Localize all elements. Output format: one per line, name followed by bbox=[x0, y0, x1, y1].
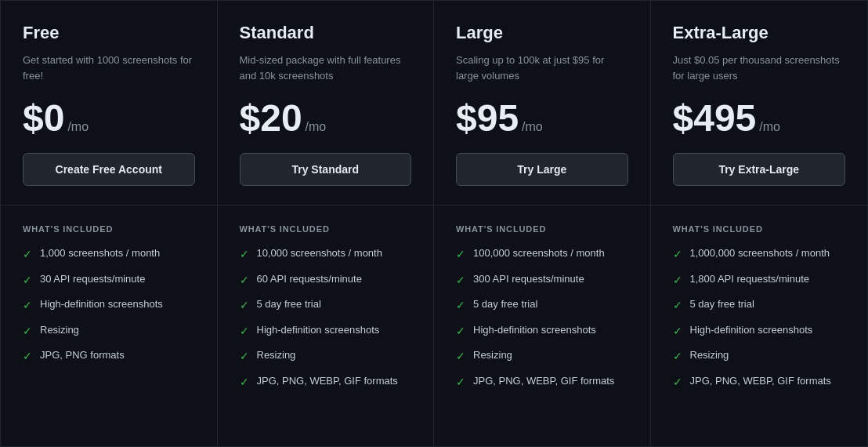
price-amount-standard: $20 bbox=[240, 100, 302, 137]
plan-price-standard: $20 /mo bbox=[240, 100, 412, 137]
card-features-standard: WHAT'S INCLUDED ✓ 10,000 screenshots / m… bbox=[218, 205, 434, 446]
card-top-standard: Standard Mid-sized package with full fea… bbox=[218, 1, 434, 205]
check-icon: ✓ bbox=[673, 247, 682, 263]
plan-name-standard: Standard bbox=[240, 23, 412, 43]
feature-text: 1,000,000 screenshots / month bbox=[690, 246, 830, 260]
feature-text: 30 API requests/minute bbox=[40, 272, 145, 286]
plan-card-extra-large: Extra-Large Just $0.05 per thousand scre… bbox=[651, 1, 868, 446]
features-label-large: WHAT'S INCLUDED bbox=[456, 224, 628, 234]
check-icon: ✓ bbox=[456, 349, 465, 365]
feature-item: ✓ Resizing bbox=[673, 348, 846, 365]
feature-text: 100,000 screenshots / month bbox=[473, 246, 605, 260]
feature-text: High-definition screenshots bbox=[473, 323, 596, 337]
check-icon: ✓ bbox=[23, 298, 32, 314]
check-icon: ✓ bbox=[23, 349, 32, 365]
feature-item: ✓ JPG, PNG, WEBP, GIF formats bbox=[456, 374, 628, 391]
card-top-extra-large: Extra-Large Just $0.05 per thousand scre… bbox=[651, 1, 868, 205]
plan-description-large: Scaling up to 100k at just $95 for large… bbox=[456, 53, 628, 84]
plan-price-extra-large: $495 /mo bbox=[673, 100, 846, 137]
check-icon: ✓ bbox=[456, 375, 465, 391]
check-icon: ✓ bbox=[456, 324, 465, 340]
feature-text: 5 day free trial bbox=[473, 297, 537, 311]
feature-item: ✓ 1,800 API requests/minute bbox=[673, 272, 846, 289]
feature-item: ✓ 5 day free trial bbox=[456, 297, 628, 314]
price-amount-extra-large: $495 bbox=[673, 100, 757, 137]
check-icon: ✓ bbox=[240, 375, 249, 391]
feature-list-extra-large: ✓ 1,000,000 screenshots / month ✓ 1,800 … bbox=[673, 246, 846, 391]
feature-text: High-definition screenshots bbox=[690, 323, 813, 337]
check-icon: ✓ bbox=[240, 247, 249, 263]
pricing-grid: Free Get started with 1000 screenshots f… bbox=[0, 0, 868, 447]
plan-card-large: Large Scaling up to 100k at just $95 for… bbox=[434, 1, 651, 446]
feature-list-standard: ✓ 10,000 screenshots / month ✓ 60 API re… bbox=[240, 246, 412, 391]
feature-item: ✓ Resizing bbox=[240, 348, 412, 365]
feature-list-large: ✓ 100,000 screenshots / month ✓ 300 API … bbox=[456, 246, 628, 391]
feature-text: 300 API requests/minute bbox=[473, 272, 584, 286]
plan-description-standard: Mid-sized package with full features and… bbox=[240, 53, 412, 84]
feature-item: ✓ Resizing bbox=[456, 348, 628, 365]
feature-item: ✓ High-definition screenshots bbox=[23, 297, 195, 314]
check-icon: ✓ bbox=[673, 324, 682, 340]
feature-text: 10,000 screenshots / month bbox=[257, 246, 382, 260]
feature-item: ✓ JPG, PNG formats bbox=[23, 348, 195, 365]
feature-item: ✓ 1,000,000 screenshots / month bbox=[673, 246, 846, 263]
check-icon: ✓ bbox=[673, 273, 682, 289]
price-unit-free: /mo bbox=[67, 120, 89, 134]
feature-item: ✓ 5 day free trial bbox=[673, 297, 846, 314]
feature-text: JPG, PNG, WEBP, GIF formats bbox=[257, 374, 398, 388]
check-icon: ✓ bbox=[240, 273, 249, 289]
feature-text: 1,000 screenshots / month bbox=[40, 246, 160, 260]
check-icon: ✓ bbox=[456, 247, 465, 263]
feature-item: ✓ High-definition screenshots bbox=[456, 323, 628, 340]
card-features-large: WHAT'S INCLUDED ✓ 100,000 screenshots / … bbox=[434, 205, 650, 446]
cta-button-free[interactable]: Create Free Account bbox=[23, 153, 195, 186]
plan-name-large: Large bbox=[456, 23, 628, 43]
feature-text: 5 day free trial bbox=[690, 297, 754, 311]
price-unit-standard: /mo bbox=[306, 120, 327, 134]
cta-button-large[interactable]: Try Large bbox=[456, 153, 628, 186]
plan-card-standard: Standard Mid-sized package with full fea… bbox=[218, 1, 435, 446]
plan-name-extra-large: Extra-Large bbox=[673, 23, 846, 43]
plan-card-free: Free Get started with 1000 screenshots f… bbox=[1, 1, 218, 446]
check-icon: ✓ bbox=[23, 247, 32, 263]
plan-description-extra-large: Just $0.05 per thousand screenshots for … bbox=[673, 53, 846, 84]
feature-text: JPG, PNG, WEBP, GIF formats bbox=[690, 374, 831, 388]
cta-button-extra-large[interactable]: Try Extra-Large bbox=[673, 153, 846, 186]
feature-item: ✓ Resizing bbox=[23, 323, 195, 340]
check-icon: ✓ bbox=[456, 298, 465, 314]
feature-item: ✓ 1,000 screenshots / month bbox=[23, 246, 195, 263]
feature-list-free: ✓ 1,000 screenshots / month ✓ 30 API req… bbox=[23, 246, 195, 365]
feature-item: ✓ High-definition screenshots bbox=[240, 323, 412, 340]
feature-item: ✓ 30 API requests/minute bbox=[23, 272, 195, 289]
feature-text: High-definition screenshots bbox=[257, 323, 380, 337]
feature-item: ✓ 300 API requests/minute bbox=[456, 272, 628, 289]
plan-description-free: Get started with 1000 screenshots for fr… bbox=[23, 53, 195, 84]
feature-text: JPG, PNG formats bbox=[40, 348, 125, 362]
features-label-standard: WHAT'S INCLUDED bbox=[240, 224, 412, 234]
feature-text: Resizing bbox=[40, 323, 79, 337]
check-icon: ✓ bbox=[240, 324, 249, 340]
feature-text: 1,800 API requests/minute bbox=[690, 272, 809, 286]
price-amount-large: $95 bbox=[456, 100, 519, 137]
card-features-free: WHAT'S INCLUDED ✓ 1,000 screenshots / mo… bbox=[1, 205, 217, 446]
feature-text: 5 day free trial bbox=[257, 297, 321, 311]
check-icon: ✓ bbox=[673, 349, 682, 365]
feature-text: 60 API requests/minute bbox=[257, 272, 362, 286]
feature-item: ✓ 10,000 screenshots / month bbox=[240, 246, 412, 263]
plan-price-large: $95 /mo bbox=[456, 100, 628, 137]
feature-item: ✓ 5 day free trial bbox=[240, 297, 412, 314]
price-unit-extra-large: /mo bbox=[759, 120, 780, 134]
cta-button-standard[interactable]: Try Standard bbox=[240, 153, 412, 186]
feature-text: JPG, PNG, WEBP, GIF formats bbox=[473, 374, 614, 388]
plan-name-free: Free bbox=[23, 23, 195, 43]
feature-item: ✓ High-definition screenshots bbox=[673, 323, 846, 340]
check-icon: ✓ bbox=[240, 298, 249, 314]
feature-item: ✓ 100,000 screenshots / month bbox=[456, 246, 628, 263]
feature-item: ✓ JPG, PNG, WEBP, GIF formats bbox=[240, 374, 412, 391]
features-label-free: WHAT'S INCLUDED bbox=[23, 224, 195, 234]
check-icon: ✓ bbox=[673, 298, 682, 314]
plan-price-free: $0 /mo bbox=[23, 100, 195, 137]
check-icon: ✓ bbox=[23, 273, 32, 289]
check-icon: ✓ bbox=[240, 349, 249, 365]
card-top-large: Large Scaling up to 100k at just $95 for… bbox=[434, 1, 650, 205]
